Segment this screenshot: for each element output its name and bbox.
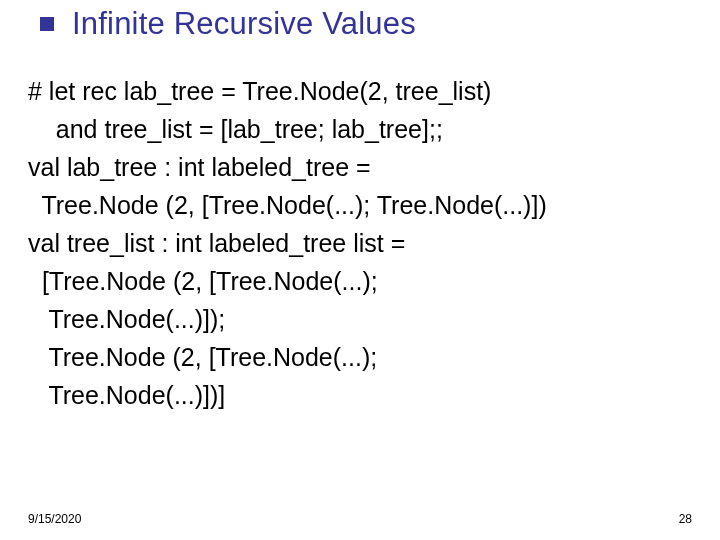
code-line: val tree_list : int labeled_tree list =	[28, 224, 692, 262]
code-line: Tree.Node(...)])]	[28, 376, 692, 414]
code-line: # let rec lab_tree = Tree.Node(2, tree_l…	[28, 72, 692, 110]
code-line: [Tree.Node (2, [Tree.Node(...);	[28, 262, 692, 300]
code-line: Tree.Node(...)]);	[28, 300, 692, 338]
code-line: Tree.Node (2, [Tree.Node(...);	[28, 338, 692, 376]
footer-date: 9/15/2020	[28, 512, 81, 526]
code-line: val lab_tree : int labeled_tree =	[28, 148, 692, 186]
code-line: and tree_list = [lab_tree; lab_tree];;	[28, 110, 692, 148]
slide-body: # let rec lab_tree = Tree.Node(2, tree_l…	[28, 72, 692, 414]
code-line: Tree.Node (2, [Tree.Node(...); Tree.Node…	[28, 186, 692, 224]
slide-title: Infinite Recursive Values	[72, 6, 416, 42]
title-bullet-icon	[40, 17, 54, 31]
title-row: Infinite Recursive Values	[0, 6, 720, 42]
footer-page-number: 28	[679, 512, 692, 526]
slide: Infinite Recursive Values # let rec lab_…	[0, 0, 720, 540]
